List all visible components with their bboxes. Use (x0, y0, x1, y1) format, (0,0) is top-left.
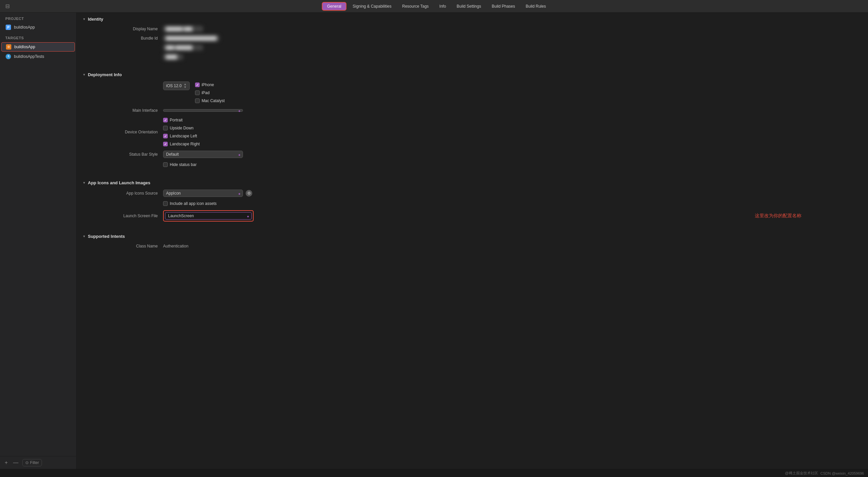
target-app-label: buildIosApp (14, 44, 35, 49)
bundle-id-row: Bundle Id ██████████████████ (90, 34, 861, 43)
tab-build-phases[interactable]: Build Phases (487, 3, 520, 10)
display-name-label: Display Name (90, 27, 163, 31)
landscape-right-label: Landscape Right (170, 142, 200, 146)
portrait-checkbox[interactable] (163, 118, 168, 122)
launch-screen-row: Launch Screen File LaunchScreen ⬥ 这里改为你的… (90, 209, 861, 223)
app-icons-source-arrow-icon: ⬥ (238, 191, 241, 196)
portrait-row: Portrait (163, 117, 200, 123)
landscape-left-row: Landscape Left (163, 133, 200, 139)
include-all-icons-checkbox-row: Include all app icon assets (163, 200, 217, 207)
iphone-label: iPhone (202, 83, 214, 87)
sidebar-target-app[interactable]: ⚙ buildIosApp (1, 42, 75, 52)
app-icons-settings: App Icons Source AppIcon ⬥ ⚙ Include (76, 188, 868, 230)
status-bar-style-value: Default (166, 152, 179, 157)
app-icons-section-header[interactable]: ▾ App Icons and Launch Images (76, 176, 868, 188)
main-interface-arrow-icon: ⬥ (238, 108, 241, 113)
tab-build-rules[interactable]: Build Rules (521, 3, 551, 10)
identity-section-header[interactable]: ▾ Identity (76, 13, 868, 24)
include-all-icons-row: Include all app icon assets (90, 199, 861, 209)
sidebar-project-item[interactable]: P buildIosApp (1, 23, 75, 32)
filter-button[interactable]: ⊙ Filter (22, 459, 42, 466)
main-interface-dropdown[interactable]: ⬥ (163, 109, 243, 112)
ipad-checkbox-row: iPad (195, 90, 225, 96)
mac-catalyst-checkbox[interactable] (195, 98, 200, 103)
supported-intents-settings: Class Name Authentication (76, 242, 868, 257)
app-icons-section-title: App Icons and Launch Images (88, 180, 150, 185)
main-area: PROJECT P buildIosApp TARGETS ⚙ buildIos… (0, 13, 868, 469)
status-bar-style-dropdown[interactable]: Default ⬥ (163, 151, 243, 158)
hide-status-bar-label: Hide status bar (170, 162, 197, 167)
app-icons-chevron-icon: ▾ (83, 181, 85, 185)
authentication-column-header: Authentication (163, 244, 188, 249)
launch-screen-container: LaunchScreen ⬥ (163, 210, 254, 222)
tab-resource-tags[interactable]: Resource Tags (397, 3, 433, 10)
top-toolbar: ⊟ General Signing & Capabilities Resourc… (0, 0, 868, 13)
ipad-checkbox[interactable] (195, 91, 200, 95)
deployment-section-header[interactable]: ▾ Deployment Info (76, 68, 868, 80)
build-row: ████ (90, 52, 861, 62)
device-orientation-label: Device Orientation (90, 130, 163, 134)
project-icon: P (5, 24, 11, 30)
filter-label: Filter (30, 460, 39, 465)
hide-status-bar-checkbox-row: Hide status bar (163, 161, 197, 168)
supported-intents-section-header[interactable]: ▾ Supported Intents (76, 230, 868, 242)
tab-general[interactable]: General (322, 2, 347, 11)
launch-screen-field[interactable]: LaunchScreen ⬥ (165, 212, 252, 220)
bundle-id-value: ██████████████████ (163, 35, 219, 41)
orientation-checkboxes: Portrait Upside Down Landscape Left (163, 117, 200, 147)
app-icons-source-row: App Icons Source AppIcon ⬥ ⚙ (90, 188, 861, 199)
hide-status-bar-checkbox[interactable] (163, 162, 168, 167)
supported-intents-section-title: Supported Intents (88, 234, 125, 239)
bottom-text-1: @稀土掘金技术社区 (785, 471, 818, 476)
landscape-left-label: Landscape Left (170, 134, 197, 138)
status-bar-style-arrow-icon: ⬥ (238, 152, 241, 157)
bottom-bar: @稀土掘金技术社区 CSDN @weixin_42059696 (0, 469, 868, 477)
landscape-right-checkbox[interactable] (163, 142, 168, 146)
app-icons-source-dropdown[interactable]: AppIcon ⬥ (163, 190, 243, 197)
bundle-id-label: Bundle Id (90, 36, 163, 40)
display-name-row: Display Name ██████ ███ (90, 24, 861, 34)
landscape-left-checkbox[interactable] (163, 134, 168, 138)
build-value: ████ (163, 54, 183, 60)
ipad-label: iPad (202, 91, 210, 95)
hide-status-bar-row: Hide status bar (90, 160, 861, 170)
content-area[interactable]: ▾ Identity Display Name ██████ ███ Bundl… (76, 13, 868, 469)
supported-intents-header-row: Class Name Authentication (90, 242, 861, 251)
app-icons-source-group: AppIcon ⬥ ⚙ (163, 190, 252, 197)
target-tests-icon: ⚗ (5, 54, 11, 60)
bottom-text-2: CSDN @weixin_42059696 (820, 471, 864, 475)
app-icons-source-label: App Icons Source (90, 191, 163, 196)
sidebar-toggle-button[interactable]: ⊟ (5, 3, 10, 9)
main-interface-label: Main Interface (90, 108, 163, 113)
iphone-checkbox[interactable] (195, 83, 200, 87)
sidebar-target-tests[interactable]: ⚗ buildIosAppTests (1, 52, 75, 61)
ios-version-selector[interactable]: iOS 12.0 ▲▼ (163, 82, 190, 90)
add-target-button[interactable]: + (3, 459, 9, 466)
app-icons-gear-button[interactable]: ⚙ (246, 190, 252, 197)
status-bar-style-row: Status Bar Style Default ⬥ (90, 149, 861, 160)
target-app-icon: ⚙ (6, 44, 12, 50)
identity-chevron-icon: ▾ (83, 17, 85, 21)
target-tests-label: buildIosAppTests (14, 54, 44, 59)
remove-target-button[interactable]: — (12, 459, 20, 466)
tab-build-settings[interactable]: Build Settings (452, 3, 486, 10)
ios-version-group: iOS 12.0 ▲▼ iPhone iPad (163, 82, 225, 104)
upside-down-checkbox[interactable] (163, 126, 168, 130)
annotation-text: 这里改为你的配置名称 (755, 213, 801, 219)
status-bar-style-label: Status Bar Style (90, 152, 163, 157)
landscape-right-row: Landscape Right (163, 141, 200, 147)
device-orientation-row: Device Orientation Portrait Upside Down (90, 115, 861, 149)
tab-signing[interactable]: Signing & Capabilities (348, 3, 396, 10)
deployment-settings: iOS 12.0 ▲▼ iPhone iPad (76, 80, 868, 176)
include-all-icons-checkbox[interactable] (163, 201, 168, 206)
upside-down-label: Upside Down (170, 126, 193, 130)
app-window: ⊟ General Signing & Capabilities Resourc… (0, 0, 868, 477)
version-value: ███ ██████ (163, 44, 203, 51)
upside-down-row: Upside Down (163, 125, 200, 131)
app-icons-source-value: AppIcon (166, 191, 181, 196)
supported-intents-chevron-icon: ▾ (83, 234, 85, 238)
tab-info[interactable]: Info (435, 3, 451, 10)
deployment-section-title: Deployment Info (88, 72, 122, 77)
portrait-label: Portrait (170, 118, 183, 122)
deployment-chevron-icon: ▾ (83, 72, 85, 77)
